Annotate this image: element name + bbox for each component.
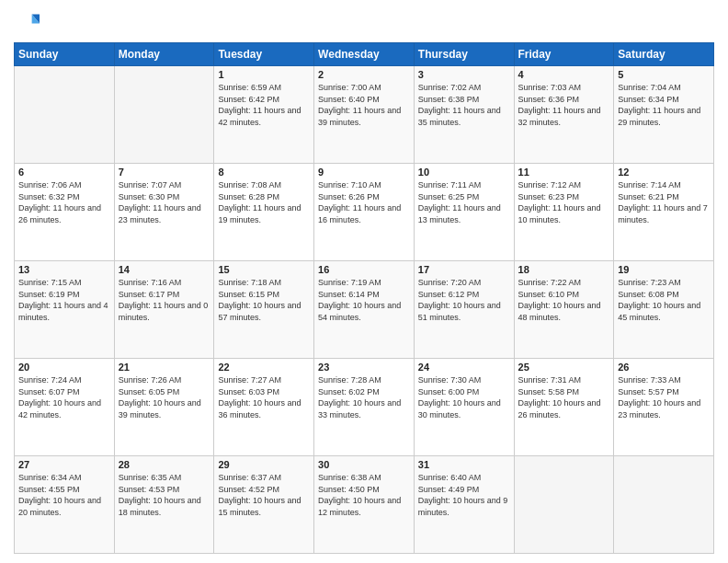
day-content: Sunrise: 6:34 AMSunset: 4:55 PMDaylight:…	[18, 472, 110, 518]
day-content: Sunrise: 6:40 AMSunset: 4:49 PMDaylight:…	[418, 472, 510, 518]
day-content: Sunrise: 7:27 AMSunset: 6:03 PMDaylight:…	[218, 374, 310, 420]
calendar-cell: 10Sunrise: 7:11 AMSunset: 6:25 PMDayligh…	[414, 164, 514, 261]
day-header-monday: Monday	[114, 43, 214, 66]
day-number: 3	[418, 69, 510, 80]
day-header-friday: Friday	[514, 43, 614, 66]
calendar-cell: 6Sunrise: 7:06 AMSunset: 6:32 PMDaylight…	[15, 164, 115, 261]
day-content: Sunrise: 6:59 AMSunset: 6:42 PMDaylight:…	[218, 82, 310, 128]
calendar-cell: 9Sunrise: 7:10 AMSunset: 6:26 PMDaylight…	[314, 164, 415, 261]
day-content: Sunrise: 7:31 AMSunset: 5:58 PMDaylight:…	[518, 374, 610, 420]
calendar-cell: 7Sunrise: 7:07 AMSunset: 6:30 PMDaylight…	[114, 164, 214, 261]
calendar-cell: 30Sunrise: 6:38 AMSunset: 4:50 PMDayligh…	[314, 456, 415, 554]
calendar-cell: 11Sunrise: 7:12 AMSunset: 6:23 PMDayligh…	[514, 164, 614, 261]
day-number: 5	[618, 69, 710, 80]
day-content: Sunrise: 7:19 AMSunset: 6:14 PMDaylight:…	[318, 277, 410, 323]
day-content: Sunrise: 7:18 AMSunset: 6:15 PMDaylight:…	[218, 277, 310, 323]
day-content: Sunrise: 7:16 AMSunset: 6:17 PMDaylight:…	[119, 277, 210, 323]
day-number: 1	[218, 69, 310, 80]
calendar-cell: 23Sunrise: 7:28 AMSunset: 6:02 PMDayligh…	[314, 359, 415, 456]
calendar-week-4: 20Sunrise: 7:24 AMSunset: 6:07 PMDayligh…	[15, 359, 714, 456]
calendar-cell: 20Sunrise: 7:24 AMSunset: 6:07 PMDayligh…	[15, 359, 115, 456]
day-number: 4	[518, 69, 610, 80]
day-number: 14	[119, 264, 210, 275]
calendar-cell: 1Sunrise: 6:59 AMSunset: 6:42 PMDaylight…	[214, 66, 314, 164]
day-number: 13	[18, 264, 110, 275]
day-number: 15	[218, 264, 310, 275]
calendar-cell: 13Sunrise: 7:15 AMSunset: 6:19 PMDayligh…	[15, 261, 115, 359]
day-content: Sunrise: 7:02 AMSunset: 6:38 PMDaylight:…	[418, 82, 510, 128]
header	[14, 9, 714, 35]
day-number: 17	[418, 264, 510, 275]
day-content: Sunrise: 7:28 AMSunset: 6:02 PMDaylight:…	[318, 374, 410, 420]
calendar-cell: 29Sunrise: 6:37 AMSunset: 4:52 PMDayligh…	[214, 456, 314, 554]
day-header-wednesday: Wednesday	[314, 43, 415, 66]
calendar-week-5: 27Sunrise: 6:34 AMSunset: 4:55 PMDayligh…	[15, 456, 714, 554]
logo	[14, 9, 43, 35]
day-number: 23	[318, 362, 410, 373]
day-number: 30	[318, 459, 410, 470]
calendar-cell: 18Sunrise: 7:22 AMSunset: 6:10 PMDayligh…	[514, 261, 614, 359]
day-header-sunday: Sunday	[15, 43, 115, 66]
calendar-cell: 27Sunrise: 6:34 AMSunset: 4:55 PMDayligh…	[15, 456, 115, 554]
calendar-week-1: 1Sunrise: 6:59 AMSunset: 6:42 PMDaylight…	[15, 66, 714, 164]
day-content: Sunrise: 7:08 AMSunset: 6:28 PMDaylight:…	[218, 179, 310, 225]
day-content: Sunrise: 7:14 AMSunset: 6:21 PMDaylight:…	[618, 179, 710, 225]
calendar-cell: 2Sunrise: 7:00 AMSunset: 6:40 PMDaylight…	[314, 66, 415, 164]
day-content: Sunrise: 6:37 AMSunset: 4:52 PMDaylight:…	[218, 472, 310, 518]
day-number: 31	[418, 459, 510, 470]
day-content: Sunrise: 7:20 AMSunset: 6:12 PMDaylight:…	[418, 277, 510, 323]
day-content: Sunrise: 7:03 AMSunset: 6:36 PMDaylight:…	[518, 82, 610, 128]
day-content: Sunrise: 7:30 AMSunset: 6:00 PMDaylight:…	[418, 374, 510, 420]
calendar-cell: 3Sunrise: 7:02 AMSunset: 6:38 PMDaylight…	[414, 66, 514, 164]
calendar-cell: 14Sunrise: 7:16 AMSunset: 6:17 PMDayligh…	[114, 261, 214, 359]
day-content: Sunrise: 7:33 AMSunset: 5:57 PMDaylight:…	[618, 374, 710, 420]
calendar-cell: 25Sunrise: 7:31 AMSunset: 5:58 PMDayligh…	[514, 359, 614, 456]
calendar-cell: 26Sunrise: 7:33 AMSunset: 5:57 PMDayligh…	[614, 359, 714, 456]
calendar-cell: 21Sunrise: 7:26 AMSunset: 6:05 PMDayligh…	[114, 359, 214, 456]
day-content: Sunrise: 6:38 AMSunset: 4:50 PMDaylight:…	[318, 472, 410, 518]
day-content: Sunrise: 7:22 AMSunset: 6:10 PMDaylight:…	[518, 277, 610, 323]
day-number: 22	[218, 362, 310, 373]
day-content: Sunrise: 7:24 AMSunset: 6:07 PMDaylight:…	[18, 374, 110, 420]
day-header-saturday: Saturday	[614, 43, 714, 66]
day-number: 10	[418, 167, 510, 178]
calendar-cell: 17Sunrise: 7:20 AMSunset: 6:12 PMDayligh…	[414, 261, 514, 359]
calendar-header-row: SundayMondayTuesdayWednesdayThursdayFrid…	[15, 43, 714, 66]
day-number: 21	[119, 362, 210, 373]
calendar-cell	[514, 456, 614, 554]
day-number: 16	[318, 264, 410, 275]
calendar-week-2: 6Sunrise: 7:06 AMSunset: 6:32 PMDaylight…	[15, 164, 714, 261]
day-number: 7	[119, 167, 210, 178]
day-number: 11	[518, 167, 610, 178]
day-content: Sunrise: 7:04 AMSunset: 6:34 PMDaylight:…	[618, 82, 710, 128]
calendar-cell: 16Sunrise: 7:19 AMSunset: 6:14 PMDayligh…	[314, 261, 415, 359]
day-number: 2	[318, 69, 410, 80]
day-content: Sunrise: 7:00 AMSunset: 6:40 PMDaylight:…	[318, 82, 410, 128]
calendar-cell: 4Sunrise: 7:03 AMSunset: 6:36 PMDaylight…	[514, 66, 614, 164]
logo-icon	[14, 9, 40, 35]
day-number: 29	[218, 459, 310, 470]
calendar-cell: 12Sunrise: 7:14 AMSunset: 6:21 PMDayligh…	[614, 164, 714, 261]
day-number: 24	[418, 362, 510, 373]
day-content: Sunrise: 6:35 AMSunset: 4:53 PMDaylight:…	[119, 472, 210, 518]
day-number: 8	[218, 167, 310, 178]
day-header-tuesday: Tuesday	[214, 43, 314, 66]
day-content: Sunrise: 7:23 AMSunset: 6:08 PMDaylight:…	[618, 277, 710, 323]
calendar-cell	[15, 66, 115, 164]
calendar-cell: 19Sunrise: 7:23 AMSunset: 6:08 PMDayligh…	[614, 261, 714, 359]
day-content: Sunrise: 7:07 AMSunset: 6:30 PMDaylight:…	[119, 179, 210, 225]
calendar-cell: 15Sunrise: 7:18 AMSunset: 6:15 PMDayligh…	[214, 261, 314, 359]
calendar-cell: 8Sunrise: 7:08 AMSunset: 6:28 PMDaylight…	[214, 164, 314, 261]
day-content: Sunrise: 7:15 AMSunset: 6:19 PMDaylight:…	[18, 277, 110, 323]
day-number: 28	[119, 459, 210, 470]
calendar-cell	[614, 456, 714, 554]
day-number: 12	[618, 167, 710, 178]
day-header-thursday: Thursday	[414, 43, 514, 66]
day-number: 27	[18, 459, 110, 470]
calendar-cell: 24Sunrise: 7:30 AMSunset: 6:00 PMDayligh…	[414, 359, 514, 456]
calendar-cell: 28Sunrise: 6:35 AMSunset: 4:53 PMDayligh…	[114, 456, 214, 554]
calendar-cell	[114, 66, 214, 164]
calendar-week-3: 13Sunrise: 7:15 AMSunset: 6:19 PMDayligh…	[15, 261, 714, 359]
day-content: Sunrise: 7:06 AMSunset: 6:32 PMDaylight:…	[18, 179, 110, 225]
day-content: Sunrise: 7:10 AMSunset: 6:26 PMDaylight:…	[318, 179, 410, 225]
